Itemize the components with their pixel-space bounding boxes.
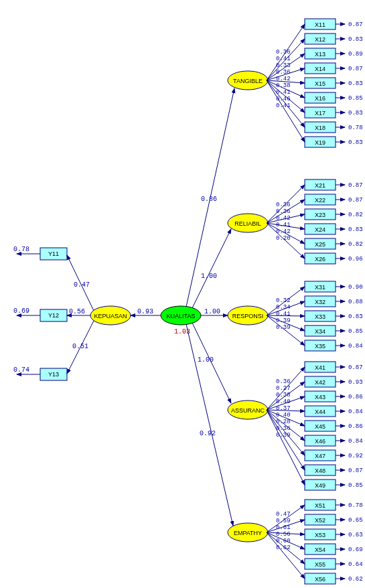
x25-err: 0.82 (348, 241, 363, 248)
x41-err: 0.87 (348, 364, 363, 371)
x19-label: X19 (315, 139, 325, 146)
x45-label: X45 (315, 423, 325, 430)
responsi-rows-load-2: 0.41 (276, 311, 291, 317)
x22-err: 0.87 (348, 197, 363, 204)
reliabil-group: RELIABIL 1.00 X210.87X220.87X230.82X240.… (192, 179, 363, 308)
x32-err: 0.88 (348, 299, 363, 305)
tangible-label: TANGIBLE (233, 78, 263, 84)
tangible-rows-load-5: 0.38 (276, 82, 291, 89)
kualitas-label: KUALITAS (167, 313, 196, 319)
x23-label: X23 (315, 212, 325, 218)
x14-label: X14 (315, 66, 325, 72)
x34-err: 0.85 (348, 328, 363, 335)
tangible-rows-load-0: 0.36 (276, 49, 291, 56)
x45-err: 0.86 (348, 423, 363, 430)
x18-label: X18 (315, 125, 325, 131)
x42-label: X42 (315, 379, 325, 386)
assuranc-label: ASSURANC (231, 407, 265, 414)
x21-err: 0.87 (348, 182, 363, 189)
responsi-rows-load-4: 0.39 (276, 324, 291, 331)
responsi-label: RESPONSI (232, 313, 264, 319)
reliabil-label: RELIABIL (234, 220, 261, 227)
x11-label: X11 (315, 21, 325, 28)
assuranc-rows-load-4: 0.37 (276, 405, 291, 412)
empathy-rows-load-1: 0.59 (276, 518, 291, 524)
x26-label: X26 (315, 256, 325, 263)
tangible-rows-load-1: 0.41 (276, 56, 291, 62)
x26-err: 0.96 (348, 256, 363, 263)
x41-label: X41 (315, 364, 325, 371)
x17-err: 0.83 (348, 110, 363, 117)
x54-err: 0.69 (348, 546, 363, 553)
val-093: 0.93 (137, 308, 153, 315)
x22-label: X22 (315, 197, 325, 204)
x46-label: X46 (315, 438, 325, 445)
x24-err: 0.83 (348, 226, 363, 233)
assuranc-rows-load-5: 0.40 (276, 412, 291, 419)
assuranc-rows-load-3: 0.40 (276, 398, 291, 405)
x15-err: 0.83 (348, 80, 363, 87)
y13-label: Y13 (48, 371, 59, 378)
empathy-rows-load-4: 0.60 (276, 538, 291, 544)
y12-label: Y12 (48, 312, 59, 319)
x47-label: X47 (315, 453, 325, 459)
empathy-rows-load-3: 0.56 (276, 531, 291, 538)
x49-err: 0.85 (348, 482, 363, 489)
x51-label: X51 (315, 502, 325, 509)
x31-label: X31 (315, 284, 325, 291)
x48-err: 0.87 (348, 467, 363, 474)
x19-err: 0.83 (348, 139, 363, 146)
tangible-rows-load-8: 0.41 (276, 102, 291, 109)
x53-err: 0.63 (348, 532, 363, 538)
empathy-rows-load-5: 0.62 (276, 544, 291, 551)
y12-load: 0.56 (69, 308, 85, 315)
y12-err: 0.69 (13, 307, 29, 315)
x56-label: X56 (315, 576, 325, 583)
x52-err: 0.65 (348, 517, 363, 524)
x52-label: X52 (315, 517, 325, 524)
empathy-label: EMPATHY (234, 530, 262, 536)
x12-label: X12 (315, 36, 325, 43)
y13-err: 0.74 (13, 366, 29, 374)
x15-label: X15 (315, 80, 325, 87)
assuranc-rows-load-0: 0.36 (276, 378, 291, 385)
x13-err: 0.89 (348, 51, 363, 58)
responsi-rows-load-3: 0.39 (276, 317, 291, 324)
x16-err: 0.85 (348, 95, 363, 102)
empathy-rows-load-2: 0.61 (276, 524, 291, 531)
x44-label: X44 (315, 409, 325, 415)
tangible-rows-load-7: 0.46 (276, 96, 291, 102)
x43-label: X43 (315, 394, 325, 400)
x18-err: 0.78 (348, 125, 363, 131)
tangible-rows-load-2: 0.33 (276, 62, 291, 69)
x35-err: 0.84 (348, 343, 363, 350)
x42-err: 0.93 (348, 379, 363, 386)
y11-label: Y11 (48, 250, 59, 257)
x25-label: X25 (315, 241, 325, 248)
tangible-rows-load-6: 0.41 (276, 89, 291, 96)
x47-err: 0.92 (348, 453, 363, 459)
x51-err: 0.78 (348, 502, 363, 509)
x53-label: X53 (315, 532, 325, 538)
x55-err: 0.64 (348, 561, 363, 568)
x24-label: X24 (315, 226, 325, 233)
x56-err: 0.62 (348, 576, 363, 583)
val-100c: 1.00 (198, 356, 214, 364)
val-092: 0.92 (200, 430, 216, 437)
x49-label: X49 (315, 482, 325, 489)
x13-label: X13 (315, 51, 325, 58)
kepuasan-label: KEPUASAN (94, 313, 127, 319)
assuranc-rows-load-6: 0.28 (276, 419, 291, 425)
x35-label: X35 (315, 343, 325, 350)
x43-err: 0.86 (348, 394, 363, 400)
responsi-rows-load-0: 0.32 (276, 297, 291, 304)
assuranc-rows-load-7: 0.36 (276, 425, 291, 432)
y13-load: 0.51 (72, 343, 88, 350)
tangible-group: TANGIBLE 0.86 X110.87X120.83X130.89X140.… (186, 19, 363, 307)
x55-label: X55 (315, 561, 325, 568)
assuranc-group: ASSURANC 1.00 X410.87X420.93X430.86X440.… (192, 323, 363, 490)
x48-label: X48 (315, 467, 325, 474)
tangible-rows-load-3: 0.36 (276, 69, 291, 76)
x17-label: X17 (315, 110, 325, 117)
val-086: 0.86 (201, 196, 217, 203)
